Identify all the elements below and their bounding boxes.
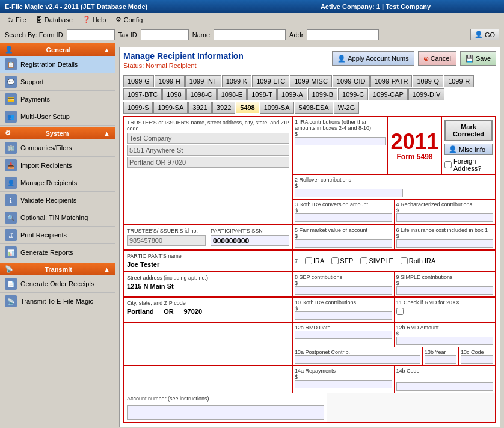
panel-cancel-btn[interactable]: ⊗ Cancel: [418, 51, 456, 66]
sidebar-item-generate[interactable]: 📊 Generate Reports: [0, 244, 115, 261]
sidebar-system-header[interactable]: ⚙ System ▲: [0, 127, 115, 139]
sidebar-item-payments[interactable]: 💳 Payments: [0, 91, 115, 108]
payments-icon: 💳: [5, 93, 17, 105]
box10-input[interactable]: [295, 311, 392, 320]
sidebar-item-order[interactable]: 📄 Generate Order Receipts: [0, 275, 115, 293]
year-display: 2011: [390, 131, 438, 153]
misc-info-btn[interactable]: 👤 Misc Info: [444, 144, 493, 155]
box13a-input[interactable]: [295, 355, 420, 364]
sidebar-transmit-header[interactable]: 📡 Transmit ▲: [0, 263, 115, 275]
box7-ira: IRA: [305, 257, 324, 264]
panel-save-btn[interactable]: 💾 Save: [460, 51, 496, 66]
box2-input[interactable]: [295, 189, 403, 197]
tab-w2g[interactable]: W-2G: [334, 102, 360, 114]
tab-1098e[interactable]: 1098-E: [217, 88, 247, 100]
sidebar-item-manage[interactable]: 👤 Manage Recipients: [0, 174, 115, 192]
tab-1099div[interactable]: 1099-DIV: [408, 88, 444, 100]
mark-corrected-btn[interactable]: MarkCorrected: [444, 120, 493, 141]
tab-1099c[interactable]: 1099-C: [338, 88, 368, 100]
menu-file[interactable]: 🗂 File: [2, 15, 31, 25]
box14b-input[interactable]: [396, 382, 494, 391]
tab-1099h[interactable]: 1099-H: [155, 75, 185, 87]
panel-toolbar: 👤 Apply Account Nums ⊗ Cancel 💾 Save: [332, 51, 496, 66]
search-form-input[interactable]: [67, 29, 115, 40]
tab-1099g[interactable]: 1099-G: [123, 75, 154, 87]
sidebar-item-validate[interactable]: ℹ Validate Recipients: [0, 192, 115, 209]
tab-1097btc[interactable]: 1097-BTC: [123, 88, 162, 100]
search-tax-input[interactable]: [141, 29, 189, 40]
menu-database[interactable]: 🗄 Database: [31, 15, 78, 25]
box1-input[interactable]: [295, 137, 386, 145]
box12b-label: 12b RMD Amount: [396, 325, 494, 331]
collapse-icon: ▲: [103, 46, 110, 54]
foreign-address-checkbox[interactable]: [444, 161, 452, 168]
box13c-input[interactable]: [461, 355, 493, 364]
sidebar-item-multiuser[interactable]: 👥 Multi-User Setup: [0, 108, 115, 126]
sep-checkbox[interactable]: [331, 257, 339, 264]
tab-3922[interactable]: 3922: [212, 102, 235, 114]
sidebar-item-print[interactable]: 🖨 Print Recipients: [0, 227, 115, 244]
tab-1099s[interactable]: 1099-S: [123, 102, 153, 114]
tab-1099sa[interactable]: 1099-SA: [153, 102, 188, 114]
system-icon: ⚙: [5, 129, 11, 137]
tab-1099misc[interactable]: 1099-MISC: [290, 75, 332, 87]
title-bar: E-File Magic v2.4 - 2011 (JET Database M…: [0, 0, 504, 13]
box5-label: 5 Fair market value of account: [295, 227, 392, 233]
transmit-icon: 📡: [5, 265, 13, 273]
box11-checkbox[interactable]: [396, 308, 404, 315]
sidebar-item-transmit[interactable]: 📡 Transmit To E-File Magic: [0, 293, 115, 310]
tab-1099cap[interactable]: 1099-CAP: [369, 88, 408, 100]
sidebar-item-support[interactable]: 💬 Support: [0, 73, 115, 91]
participant-ssn-display: 000000000: [213, 237, 249, 245]
menu-config[interactable]: ⚙ Config: [111, 14, 147, 25]
tab-3921[interactable]: 3921: [188, 102, 211, 114]
menu-help[interactable]: ❓ Help: [78, 14, 111, 25]
tab-1099q[interactable]: 1099-Q: [413, 75, 443, 87]
tab-1099int[interactable]: 1099-INT: [185, 75, 221, 87]
box9-input[interactable]: [396, 286, 494, 295]
search-name-label: Name: [192, 31, 210, 38]
box13b-input[interactable]: [425, 355, 456, 364]
tab-1099ltc[interactable]: 1099-LTC: [252, 75, 289, 87]
box6-input[interactable]: [396, 239, 494, 248]
box12b-input[interactable]: [396, 337, 494, 345]
account-label: Account number (see instructions): [127, 396, 324, 402]
tab-1098[interactable]: 1098: [162, 88, 185, 100]
box8-input[interactable]: [295, 286, 392, 295]
account-input[interactable]: [127, 405, 324, 420]
tab-1099patr[interactable]: 1099-PATR: [370, 75, 413, 87]
company-name-display: Test Company: [127, 133, 289, 144]
sidebar-item-tin[interactable]: 🔍 Optional: TIN Matching: [0, 209, 115, 227]
simple-checkbox[interactable]: [360, 257, 367, 264]
sidebar-item-registration[interactable]: 📋 Registration Details: [0, 56, 115, 73]
tab-5498[interactable]: 5498: [236, 102, 259, 114]
tab-1099a[interactable]: 1099-A: [277, 88, 307, 100]
tab-1099b[interactable]: 1099-B: [308, 88, 337, 100]
search-addr-label: Addr: [289, 31, 303, 38]
box5-input[interactable]: [295, 239, 392, 248]
search-name-input[interactable]: [214, 29, 286, 40]
sidebar-general-header[interactable]: 👤 General ▲: [0, 43, 115, 56]
sidebar-item-companies[interactable]: 🏢 Companies/Filers: [0, 139, 115, 157]
roth-checkbox[interactable]: [401, 257, 408, 264]
sidebar-section-general: 👤 General ▲ 📋 Registration Details 💬 Sup…: [0, 43, 115, 126]
sidebar-item-import[interactable]: 📥 Import Recipients: [0, 157, 115, 174]
box12a-input[interactable]: [295, 331, 392, 339]
apply-account-btn[interactable]: 👤 Apply Account Nums: [332, 51, 414, 66]
box14a-input[interactable]: [295, 380, 392, 388]
tabs-row-2: 1097-BTC 1098 1098-C 1098-E 1098-T 1099-…: [123, 88, 496, 100]
tab-1099oid[interactable]: 1099-OID: [333, 75, 370, 87]
ira-checkbox[interactable]: [305, 257, 312, 264]
tab-1099r[interactable]: 1099-R: [444, 75, 474, 87]
box4-input[interactable]: [396, 213, 494, 222]
tab-1099sa2[interactable]: 1099-SA: [260, 102, 294, 114]
import-icon: 📥: [5, 159, 17, 171]
tab-1098c[interactable]: 1098-C: [186, 88, 217, 100]
go-button[interactable]: 👤 GO: [470, 29, 499, 40]
tab-1098t[interactable]: 1098-T: [247, 88, 277, 100]
box3-input[interactable]: [295, 213, 392, 222]
city-label: City, state, and ZIP code: [127, 300, 289, 306]
tab-5498esa[interactable]: 5498-ESA: [295, 102, 333, 114]
tab-1099k[interactable]: 1099-K: [222, 75, 251, 87]
search-addr-input[interactable]: [307, 29, 379, 40]
